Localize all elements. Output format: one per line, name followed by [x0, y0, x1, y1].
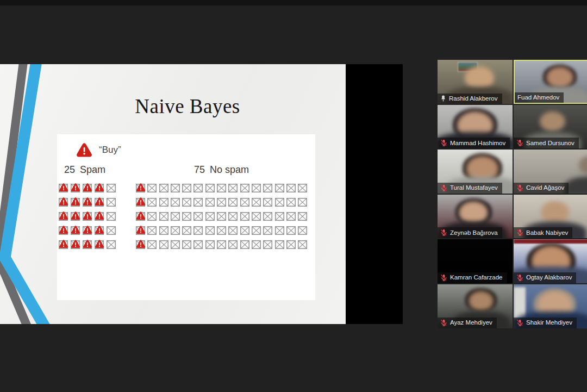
participant-tile[interactable]: Mammad Hashimov: [438, 105, 513, 149]
email-icon: [171, 197, 180, 207]
spam-warning-icon: [59, 183, 68, 192]
email-icon: [298, 226, 307, 235]
spam-warning-icon: [71, 183, 80, 192]
email-icon: [252, 197, 261, 207]
email-icon: [107, 211, 116, 221]
envelope-icon: [159, 184, 168, 192]
email-icon: [205, 211, 215, 221]
spam-warning-icon: [71, 225, 80, 234]
envelope-icon: [193, 198, 203, 207]
envelope-icon: [228, 184, 238, 192]
participant-name-tag: Tural Mustafayev: [438, 183, 502, 194]
spam-warning-icon: [71, 197, 80, 206]
nospam-count: 75: [194, 164, 205, 176]
envelope-icon: [205, 212, 215, 221]
email-icon: [107, 183, 116, 192]
participant-tile[interactable]: Kamran Cafarzade: [438, 239, 513, 283]
envelope-icon: [228, 198, 238, 207]
email-icon: [240, 211, 249, 221]
email-icon: [286, 226, 296, 235]
email-icon: [159, 183, 168, 192]
envelope-icon: [193, 226, 203, 235]
email-icon: [240, 183, 249, 192]
participant-tile[interactable]: Ayaz Mehdiyev: [438, 284, 513, 328]
participant-name: Ogtay Alakbarov: [526, 274, 572, 281]
participant-tile[interactable]: Rashid Alakberov: [438, 60, 513, 104]
share-black-bar: [346, 64, 403, 324]
window-top-strip: [0, 0, 587, 5]
participant-tile[interactable]: Cavid Ağaşov: [514, 150, 587, 194]
email-icon: [159, 211, 168, 221]
spam-email-icon: [71, 183, 80, 192]
envelope-icon: [159, 240, 168, 249]
email-icon: [147, 197, 157, 207]
email-icon: [240, 226, 249, 235]
email-icon: [275, 211, 284, 221]
email-icon: [171, 211, 180, 221]
participant-tile[interactable]: Zeynəb Bağırova: [438, 195, 513, 239]
envelope-icon: [252, 212, 261, 221]
spam-email-icon: [136, 211, 145, 221]
email-icon: [298, 197, 307, 207]
participant-tile[interactable]: Ogtay Alakbarov: [514, 239, 587, 283]
spam-icon-grid: [59, 183, 116, 249]
video-backdrop-panel: [514, 287, 526, 319]
person-head: [465, 66, 494, 90]
participant-tile[interactable]: Tural Mustafayev: [438, 150, 513, 194]
spam-warning-icon: [95, 239, 104, 248]
participant-name: Babak Nabiyev: [526, 229, 568, 236]
email-icon: [159, 197, 168, 207]
spam-email-icon: [83, 226, 92, 235]
muted-mic-icon: [440, 229, 447, 236]
email-icon: [182, 226, 191, 235]
participant-tile[interactable]: Babak Nabiyev: [514, 195, 587, 239]
spam-email-icon: [59, 226, 68, 235]
spam-warning-icon: [136, 211, 145, 220]
participant-tile[interactable]: Fuad Ahmedov: [514, 60, 587, 104]
envelope-icon: [275, 240, 284, 249]
spam-warning-icon: [83, 239, 92, 248]
participant-tile[interactable]: Shakir Mehdiyev: [514, 284, 587, 328]
participant-name: Rashid Alakberov: [449, 95, 498, 102]
email-icon: [193, 211, 203, 221]
email-icon: [240, 197, 249, 207]
screen-share-area: Naive Bayes “Buy” 25 Spam: [0, 64, 403, 324]
participant-name: Samed Dursunov: [526, 140, 574, 146]
envelope-icon: [193, 240, 203, 249]
email-icon: [205, 240, 215, 249]
email-icon: [182, 183, 191, 192]
email-icon: [228, 211, 238, 221]
envelope-icon: [275, 212, 284, 221]
participant-tile[interactable]: Samed Dursunov: [514, 105, 587, 149]
envelope-icon: [263, 212, 272, 221]
spam-warning-icon: [136, 225, 145, 234]
email-icon: [147, 240, 157, 249]
email-icon: [286, 183, 296, 192]
participant-name: Mammad Hashimov: [450, 140, 505, 146]
spam-email-icon: [71, 240, 80, 249]
envelope-icon: [147, 226, 157, 235]
spam-email-icon: [136, 197, 145, 207]
envelope-icon: [263, 240, 272, 249]
spam-word: Spam: [80, 164, 105, 176]
participant-name: Shakir Mehdiyev: [526, 319, 572, 326]
envelope-icon: [240, 184, 249, 192]
envelope-icon: [182, 198, 191, 207]
spam-warning-icon: [59, 225, 68, 234]
muted-mic-icon: [516, 274, 523, 281]
email-icon: [263, 240, 272, 249]
envelope-icon: [286, 240, 296, 249]
envelope-icon: [171, 226, 180, 235]
email-icon: [193, 197, 203, 207]
email-icon: [263, 183, 272, 192]
envelope-icon: [298, 226, 307, 235]
participant-name-tag: Babak Nabiyev: [514, 227, 572, 238]
participant-name-tag: Cavid Ağaşov: [514, 183, 569, 194]
muted-mic-icon: [516, 319, 523, 326]
email-icon: [107, 226, 116, 235]
email-icon: [147, 211, 157, 221]
email-icon: [171, 226, 180, 235]
email-icon: [298, 240, 307, 249]
envelope-icon: [217, 184, 226, 192]
envelope-icon: [252, 184, 261, 192]
